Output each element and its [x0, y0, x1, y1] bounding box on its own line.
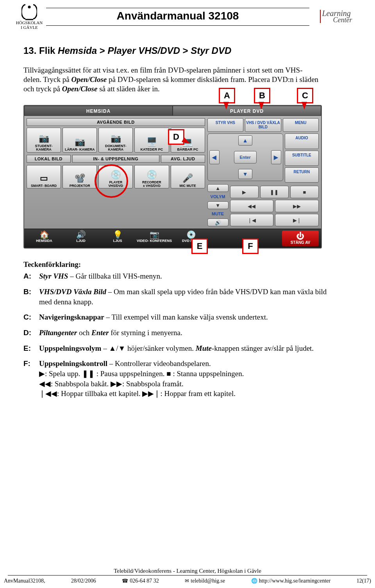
legend-heading: Teckenförklaring: — [23, 260, 359, 269]
nav-videokonferens[interactable]: 📷VIDEO- KONFERENS — [137, 231, 172, 246]
arrow-b-icon — [259, 102, 264, 110]
legend-d-desc: för styrning i menyerna. — [109, 329, 182, 337]
label-student: STUDENT- KAMERA — [27, 144, 60, 152]
mute-button[interactable]: 🔊 — [207, 219, 229, 226]
nav-pad: ▲ ▼ ◀ ▶ Enter — [207, 133, 283, 181]
arrow-down-button[interactable]: ▼ — [238, 169, 252, 179]
nav-hemsida[interactable]: 🏠HEMSIDA — [27, 231, 62, 246]
breadcrumb-1: Hemsida — [58, 45, 97, 56]
right-column: STYR VHS VHS / DVD VÄXLA BILD MENU ▲ ▼ ◀… — [207, 118, 319, 226]
camera-icon: 📷 — [75, 138, 85, 146]
legend-b-key: B: — [23, 287, 39, 307]
camera-icon: 📷 — [39, 134, 49, 143]
board-icon: ▭ — [40, 174, 48, 183]
volume-label: VOLYM — [207, 194, 229, 200]
legend-b-term: VHS/DVD Växla Bild — [39, 288, 106, 296]
arrow-left-button[interactable]: ◀ — [209, 150, 220, 164]
arrow-c-icon — [302, 102, 307, 110]
legend-a-term: Styr VHS — [39, 272, 68, 280]
legend-row-b: B: VHS/DVD Växla Bild – Om man skall spe… — [23, 287, 328, 307]
btn-menu[interactable]: MENU — [283, 118, 319, 132]
prev-chapter-button[interactable]: ❘◀ — [230, 214, 274, 226]
forward-button[interactable]: ▶▶ — [275, 200, 319, 212]
btn-projektor[interactable]: 📽️PROJEKTOR — [62, 165, 97, 188]
volume-up-button[interactable]: ▲ — [207, 184, 229, 192]
logo-text-2: I GÄVLE — [16, 25, 43, 30]
legend-e-desc-b: -knappen stänger av/slår på ljudet. — [212, 344, 314, 352]
btn-vaxla-bild[interactable]: VHS / DVD VÄXLA BILD — [245, 118, 281, 132]
projector-icon: 📽️ — [75, 174, 85, 183]
breadcrumb-3: Styr DVD — [191, 45, 231, 56]
control-panel: HEMSIDA PLAYER DVD AVGÅENDE BILD 📷STUDEN… — [23, 105, 322, 249]
label-larar: LÄRAR- KAMERA — [65, 148, 95, 151]
legend-d-mid: och — [77, 329, 91, 337]
label-mic: MIC MUTE — [180, 184, 196, 188]
btn-audio[interactable]: AUDIO — [285, 133, 319, 149]
legend-row-d: D: Piltangenter och Enter för styrning i… — [23, 328, 328, 338]
legend-row-e: E: Uppspelningsvolym – ▲/▼ höjer/sänker … — [23, 343, 328, 354]
light-icon: 💡 — [113, 231, 123, 238]
pause-button[interactable]: ❚❚ — [260, 186, 289, 198]
legend-e-term: Uppspelningsvolym — [39, 344, 101, 352]
logo-text-1: HÖGSKOLAN — [16, 20, 43, 25]
intro-openclose-2: Open/Close — [62, 85, 98, 93]
callout-c: C — [297, 88, 313, 103]
btn-recorder-vhsdvd[interactable]: 💿RECORDERx VHS/DVD — [134, 165, 169, 188]
group-avg-ljud: AVG. LJUD — [161, 155, 205, 163]
tab-hemsida[interactable]: HEMSIDA — [24, 106, 173, 116]
footer-date: 28/02/2006 — [71, 578, 96, 584]
legend-d-term: Piltangenter — [39, 329, 77, 337]
btn-dokument-kamera[interactable]: 📷DOKUMENT- KAMERA — [98, 128, 133, 153]
nav-stang-av[interactable]: ⏻STÄNG AV — [282, 231, 319, 246]
legend-c-term: Navigeringsknappar — [39, 313, 104, 321]
footer-email: telebild@hig.se — [191, 578, 225, 584]
page-header: HÖGSKOLAN I GÄVLE Användarmanual 32108 L… — [16, 4, 359, 30]
section-prefix: Flik — [39, 45, 58, 56]
globe-icon: 🌐 — [251, 578, 257, 584]
volume-down-button[interactable]: ▼ — [207, 201, 229, 209]
disc-icon: 💿 — [186, 231, 196, 238]
btn-styr-vhs[interactable]: STYR VHS — [207, 118, 243, 132]
intro-openclose-1: Open/Close — [71, 75, 107, 83]
btn-subtitle[interactable]: SUBTITLE — [285, 151, 319, 166]
enter-button[interactable]: Enter — [234, 151, 257, 163]
speaker-icon: 🔊 — [76, 231, 86, 238]
breadcrumb-sep-2: > — [180, 45, 191, 56]
rewind-button[interactable]: ◀◀ — [230, 200, 274, 212]
legend-row-f: F: Uppspelningskontroll – Kontrollerar v… — [23, 359, 328, 399]
tab-player-dvd[interactable]: PLAYER DVD — [173, 106, 321, 116]
legend-row-c: C: Navigeringsknappar – Till exempel vil… — [23, 312, 328, 322]
arrow-up-button[interactable]: ▲ — [238, 135, 252, 146]
circle-player-icon — [95, 164, 128, 198]
btn-mic-mute[interactable]: 🎤MIC MUTE — [171, 165, 205, 188]
next-chapter-button[interactable]: ▶❘ — [275, 214, 319, 226]
label-smart: SMART- BOARD — [31, 184, 57, 188]
btn-kateder-pc[interactable]: 🖥️KATEDER PC — [134, 128, 169, 153]
section-heading: 13. Flik Hemsida > Player VHS/DVD > Styr… — [23, 45, 359, 56]
nav-ljus[interactable]: 💡LJUS — [100, 231, 135, 246]
bottom-nav: 🏠HEMSIDA 🔊LJUD 💡LJUS 📷VIDEO- KONFERENS 💿… — [24, 229, 321, 248]
nav-video-label: VIDEO- KONFERENS — [137, 239, 172, 243]
disc-icon: 💿 — [146, 171, 157, 179]
callout-a: A — [219, 88, 235, 103]
play-button[interactable]: ▶ — [230, 186, 259, 198]
university-logo: HÖGSKOLAN I GÄVLE — [16, 4, 43, 30]
nav-ljud[interactable]: 🔊LJUD — [63, 231, 98, 246]
computer-icon: 🖥️ — [146, 138, 157, 146]
legend-d-term2: Enter — [91, 329, 109, 337]
btn-smartboard[interactable]: ▭SMART- BOARD — [27, 165, 61, 188]
footer-doc: AnvManual32108, — [4, 578, 45, 584]
callout-f: F — [242, 238, 259, 254]
nav-hemsida-label: HEMSIDA — [36, 239, 52, 243]
legend-a-key: A: — [23, 271, 39, 281]
stop-button[interactable]: ■ — [290, 186, 319, 198]
legend-f-line4: ❘◀◀: Hoppar tillbaka ett kapitel. ▶▶❘: H… — [39, 389, 236, 398]
btn-larar-kamera[interactable]: 📷LÄRAR- KAMERA — [62, 128, 97, 153]
callout-e: E — [191, 238, 208, 254]
btn-return[interactable]: RETURN — [285, 167, 319, 183]
footer-pagenum: 12(17) — [357, 578, 371, 584]
btn-student-kamera[interactable]: 📷STUDENT- KAMERA — [27, 128, 61, 153]
camera-icon: 📷 — [150, 231, 159, 238]
camera-icon: 📷 — [111, 134, 121, 143]
arrow-right-button[interactable]: ▶ — [271, 150, 281, 164]
